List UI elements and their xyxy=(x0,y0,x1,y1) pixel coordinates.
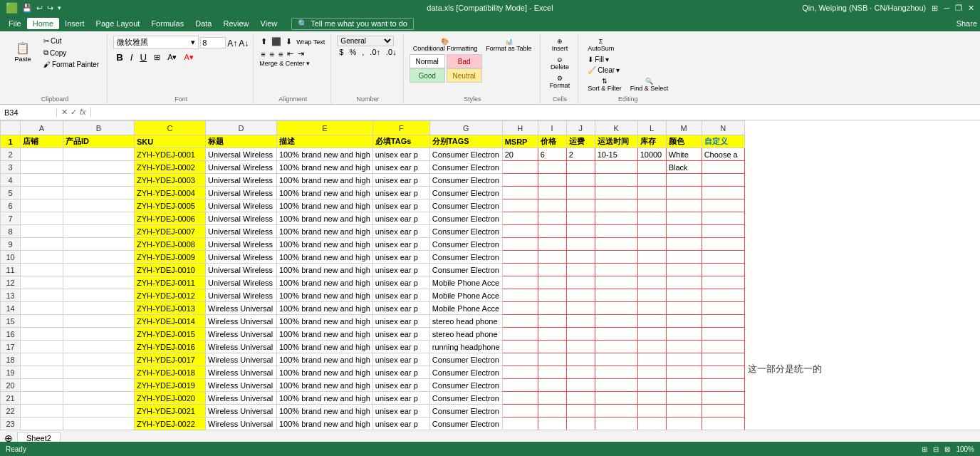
cell-H16[interactable] xyxy=(502,328,538,341)
cell-J17[interactable] xyxy=(566,341,595,353)
cell-C3[interactable]: ZYH-YDEJ-0002 xyxy=(135,161,206,174)
cell-J9[interactable] xyxy=(566,238,595,251)
format-as-table-button[interactable]: 📊 Format as Table xyxy=(482,36,535,54)
cell-H11[interactable] xyxy=(502,264,538,276)
increase-font-icon[interactable]: A↑ xyxy=(227,38,237,48)
cell-B19[interactable] xyxy=(63,366,135,379)
cell-F17[interactable]: unisex ear p xyxy=(372,341,429,353)
cell-L10[interactable] xyxy=(637,251,666,264)
cell-D21[interactable]: Wireless Universal xyxy=(206,392,277,405)
align-top-icon[interactable]: ⬆ xyxy=(259,36,269,48)
sort-filter-button[interactable]: ⇅ Sort & Filter xyxy=(584,76,625,94)
cell-A23[interactable] xyxy=(21,418,63,430)
cell-A7[interactable] xyxy=(21,212,63,225)
cell-L4[interactable] xyxy=(637,174,666,187)
menu-review[interactable]: Review xyxy=(217,18,254,29)
cell-N22[interactable] xyxy=(702,405,744,418)
cell-I13[interactable] xyxy=(538,289,566,302)
cell-J23[interactable] xyxy=(566,418,595,430)
cell-C12[interactable]: ZYH-YDEJ-0011 xyxy=(135,276,206,289)
cell-F8[interactable]: unisex ear p xyxy=(372,225,429,238)
cell-B8[interactable] xyxy=(63,225,135,238)
cell-K22[interactable] xyxy=(595,405,637,418)
format-painter-button[interactable]: 🖌 Format Painter xyxy=(40,59,103,70)
cell-A5[interactable] xyxy=(21,187,63,200)
cell-I8[interactable] xyxy=(538,225,566,238)
cell-C14[interactable]: ZYH-YDEJ-0013 xyxy=(135,302,206,315)
cell-C10[interactable]: ZYH-YDEJ-0009 xyxy=(135,251,206,264)
cell-I7[interactable] xyxy=(538,212,566,225)
cell-L20[interactable] xyxy=(637,379,666,392)
cell-M3[interactable]: Black xyxy=(666,161,702,174)
cell-K19[interactable] xyxy=(595,366,637,379)
cell-G5[interactable]: Consumer Electron xyxy=(429,187,502,200)
cell-E19[interactable]: 100% brand new and high xyxy=(277,366,373,379)
cell-h1[interactable]: MSRP xyxy=(502,135,538,148)
cell-I9[interactable] xyxy=(538,238,566,251)
cell-H19[interactable] xyxy=(502,366,538,379)
cell-I10[interactable] xyxy=(538,251,566,264)
cell-N15[interactable] xyxy=(702,315,744,328)
cell-M14[interactable] xyxy=(666,302,702,315)
cell-A9[interactable] xyxy=(21,238,63,251)
col-header-j[interactable]: J xyxy=(566,121,595,135)
cell-N5[interactable] xyxy=(702,187,744,200)
cell-F11[interactable]: unisex ear p xyxy=(372,264,429,276)
cell-F13[interactable]: unisex ear p xyxy=(372,289,429,302)
cell-H3[interactable] xyxy=(502,161,538,174)
cell-J5[interactable] xyxy=(566,187,595,200)
cell-I12[interactable] xyxy=(538,276,566,289)
cell-I4[interactable] xyxy=(538,174,566,187)
font-size-input[interactable]: 8 xyxy=(200,37,226,48)
horizontal-scrollbar[interactable] xyxy=(65,434,977,442)
cell-B18[interactable] xyxy=(63,353,135,366)
col-header-c[interactable]: C xyxy=(135,121,206,135)
cell-H5[interactable] xyxy=(502,187,538,200)
cell-H2[interactable]: 20 xyxy=(502,148,538,161)
cell-K2[interactable]: 10-15 xyxy=(595,148,637,161)
cell-G16[interactable]: stereo head phone xyxy=(429,328,502,341)
cell-C11[interactable]: ZYH-YDEJ-0010 xyxy=(135,264,206,276)
cell-I3[interactable] xyxy=(538,161,566,174)
cell-E23[interactable]: 100% brand new and high xyxy=(277,418,373,430)
view-layout-icon[interactable]: ⊟ xyxy=(933,445,939,446)
cell-F12[interactable]: unisex ear p xyxy=(372,276,429,289)
cell-J11[interactable] xyxy=(566,264,595,276)
border-icon[interactable]: ⊞ xyxy=(151,51,163,63)
cell-D15[interactable]: Wireless Universal xyxy=(206,315,277,328)
col-header-h[interactable]: H xyxy=(502,121,538,135)
cell-N13[interactable] xyxy=(702,289,744,302)
menu-file[interactable]: File xyxy=(3,18,27,29)
cell-D7[interactable]: Universal Wireless xyxy=(206,212,277,225)
cell-K3[interactable] xyxy=(595,161,637,174)
cell-M22[interactable] xyxy=(666,405,702,418)
cell-I17[interactable] xyxy=(538,341,566,353)
cell-B21[interactable] xyxy=(63,392,135,405)
cell-C16[interactable]: ZYH-YDEJ-0015 xyxy=(135,328,206,341)
dec-dec-icon[interactable]: .0↓ xyxy=(384,46,399,58)
cell-H17[interactable] xyxy=(502,341,538,353)
col-header-d[interactable]: D xyxy=(206,121,277,135)
cell-D4[interactable]: Universal Wireless xyxy=(206,174,277,187)
cell-J16[interactable] xyxy=(566,328,595,341)
cell-G23[interactable]: Consumer Electron xyxy=(429,418,502,430)
cell-J13[interactable] xyxy=(566,289,595,302)
wrap-text-button[interactable]: Wrap Text xyxy=(295,37,326,47)
cell-H23[interactable] xyxy=(502,418,538,430)
cell-G13[interactable]: Mobile Phone Acce xyxy=(429,289,502,302)
cell-J3[interactable] xyxy=(566,161,595,174)
cell-I6[interactable] xyxy=(538,200,566,212)
view-page-break-icon[interactable]: ⊠ xyxy=(944,445,950,446)
cell-A4[interactable] xyxy=(21,174,63,187)
cell-K16[interactable] xyxy=(595,328,637,341)
cell-M18[interactable] xyxy=(666,353,702,366)
cell-D10[interactable]: Universal Wireless xyxy=(206,251,277,264)
cell-J8[interactable] xyxy=(566,225,595,238)
cell-K15[interactable] xyxy=(595,315,637,328)
align-right-icon[interactable]: ≡ xyxy=(277,48,284,60)
cell-I23[interactable] xyxy=(538,418,566,430)
cell-K18[interactable] xyxy=(595,353,637,366)
number-format-select[interactable]: General xyxy=(337,36,394,46)
cell-L7[interactable] xyxy=(637,212,666,225)
cell-j1[interactable]: 运费 xyxy=(566,135,595,148)
